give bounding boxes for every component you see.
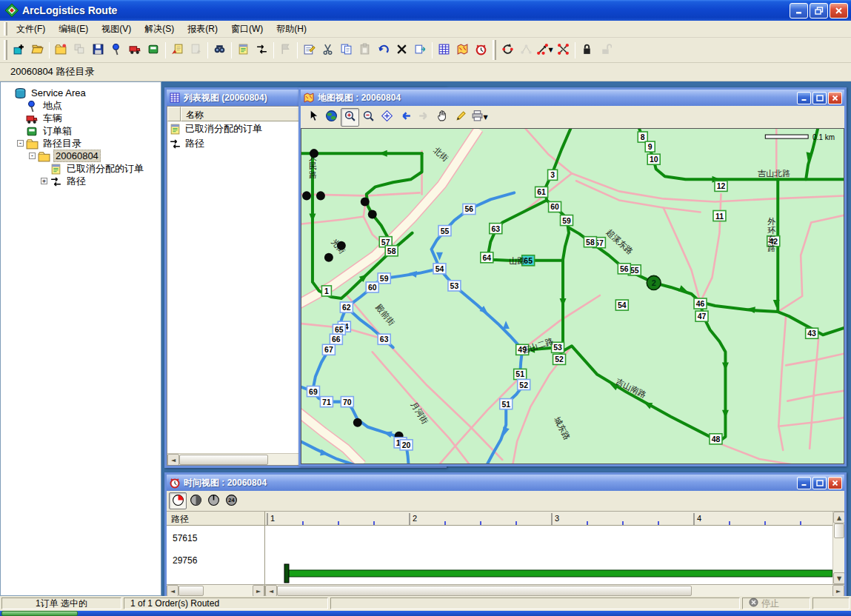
toolbar-grip[interactable] — [493, 40, 496, 59]
map-canvas[interactable]: 5758136160596364891012114257585556544647… — [301, 128, 844, 464]
tree-item-4[interactable]: -路径目录 — [1, 137, 161, 150]
pan-tool[interactable] — [433, 108, 452, 127]
map-maximize-button[interactable] — [812, 92, 827, 104]
time-view-button[interactable] — [472, 41, 490, 59]
menu-item-2[interactable]: 视图(V) — [95, 21, 138, 38]
tree-item-label[interactable]: 订单箱 — [41, 124, 73, 138]
route-column-hscrollbar[interactable]: ◄ ► — [167, 585, 265, 596]
window-titlebar[interactable]: ArcLogistics Route — [0, 0, 851, 21]
back-extent-tool[interactable] — [396, 108, 415, 127]
build-routes-button[interactable] — [253, 41, 271, 59]
time-ruler[interactable]: 12345 — [265, 512, 832, 526]
24-hour-view[interactable]: 24 — [222, 492, 240, 509]
time-minimize-button[interactable] — [797, 477, 811, 489]
draw-tool[interactable] — [452, 108, 470, 127]
dropdown-caret-icon[interactable]: ▼ — [483, 114, 487, 121]
copy-button[interactable] — [337, 41, 356, 59]
dropdown-caret-icon[interactable]: ▼ — [548, 47, 553, 53]
half-day-view[interactable] — [187, 492, 204, 509]
menu-item-3[interactable]: 解决(S) — [138, 21, 181, 38]
quarter-day-view[interactable] — [169, 492, 187, 509]
route-row-label-29756[interactable]: 29756 — [173, 555, 197, 566]
list-view-blank-header[interactable] — [167, 107, 181, 121]
tree-item-label[interactable]: 20060804 — [53, 150, 101, 162]
time-view-titlebar[interactable]: 时间视图 : 20060804 — [167, 475, 844, 491]
toolbar-grip[interactable] — [4, 40, 7, 59]
scroll-left-icon[interactable]: ◄ — [167, 585, 178, 596]
tree-item-2[interactable]: 车辆 — [1, 112, 161, 124]
restore-button[interactable] — [810, 3, 828, 19]
time-route-column-header[interactable]: 路径 — [167, 512, 264, 526]
select-tool[interactable] — [304, 108, 322, 127]
new-vehicle-button[interactable] — [126, 41, 144, 59]
list-view-button[interactable] — [435, 41, 453, 59]
scroll-left-icon[interactable]: ◄ — [167, 454, 179, 466]
scroll-left-icon[interactable]: ◄ — [265, 585, 277, 596]
open-button[interactable] — [28, 41, 47, 59]
tree-item-5[interactable]: -20060804 — [1, 150, 161, 162]
cut-button[interactable] — [318, 41, 337, 59]
scroll-thumb[interactable] — [834, 523, 844, 538]
tree-item-label[interactable]: 路径 — [65, 175, 87, 188]
scroll-thumb[interactable] — [277, 586, 692, 596]
tree-item-label[interactable]: 已取消分配的订单 — [65, 162, 145, 175]
tree-item-7[interactable]: +路径 — [1, 175, 161, 187]
timeline-hscrollbar[interactable]: ◄ ► — [265, 585, 844, 596]
tree-item-1[interactable]: 地点 — [1, 99, 161, 112]
tree-item-0[interactable]: Service Area — [1, 87, 161, 99]
tree-item-label[interactable]: 地点 — [41, 99, 64, 113]
time-close-button[interactable] — [828, 477, 842, 489]
unassign-orders-button[interactable] — [554, 41, 573, 59]
menu-item-1[interactable]: 编辑(E) — [52, 21, 95, 38]
undo-button[interactable] — [374, 41, 393, 59]
time-gantt-area[interactable] — [265, 526, 832, 584]
map-close-button[interactable] — [828, 92, 842, 104]
zoom-out-tool[interactable] — [359, 108, 378, 127]
orders-list-button[interactable] — [234, 41, 253, 59]
tree-item-label[interactable]: 路径目录 — [41, 137, 83, 150]
time-maximize-button[interactable] — [812, 477, 827, 489]
scroll-thumb[interactable] — [178, 586, 204, 596]
menu-item-0[interactable]: 文件(F) — [10, 21, 52, 38]
delete-button[interactable] — [393, 41, 411, 59]
stop-button[interactable]: 停止 — [742, 597, 810, 609]
properties-button[interactable] — [300, 41, 318, 59]
tree-item-label[interactable]: 车辆 — [41, 112, 64, 125]
menu-item-4[interactable]: 报表(R) — [181, 21, 224, 38]
tree-expander-plus[interactable]: + — [41, 178, 47, 184]
map-view-button[interactable] — [453, 41, 472, 59]
scroll-thumb[interactable] — [179, 455, 268, 465]
new-item-button[interactable] — [10, 41, 28, 59]
scroll-up-icon[interactable]: ▲ — [833, 512, 844, 523]
scroll-right-icon[interactable]: ► — [832, 585, 844, 596]
full-day-view[interactable] — [204, 492, 222, 509]
new-folder-button[interactable] — [52, 41, 70, 59]
close-button[interactable] — [830, 3, 848, 19]
route-row-label-57615[interactable]: 57615 — [173, 533, 197, 543]
new-location-button[interactable] — [107, 41, 126, 59]
minimize-button[interactable] — [790, 3, 808, 19]
map-minimize-button[interactable] — [797, 92, 811, 104]
import-orders-button[interactable] — [168, 41, 187, 59]
time-vscrollbar[interactable]: ▲ ▼ — [832, 512, 844, 584]
full-extent-tool[interactable] — [322, 108, 341, 127]
find-button[interactable] — [210, 41, 229, 59]
tree-item-label[interactable]: Service Area — [30, 87, 87, 98]
map-view-titlebar[interactable]: 地图视图 : 20060804 — [301, 90, 844, 106]
zoom-selection-tool[interactable] — [378, 108, 396, 127]
menu-item-5[interactable]: 窗口(W) — [224, 21, 270, 38]
menu-item-6[interactable]: 帮助(H) — [270, 21, 313, 38]
tree-expander-minus[interactable]: - — [29, 153, 36, 159]
new-order-button[interactable] — [144, 41, 163, 59]
print-tool[interactable]: ▼ — [470, 108, 489, 127]
tree-expander-minus[interactable]: - — [17, 140, 24, 147]
menu-grip[interactable] — [4, 22, 7, 36]
assign-orders-button[interactable]: ▼ — [535, 41, 554, 59]
reroute-button[interactable] — [498, 41, 517, 59]
lock-button[interactable] — [578, 41, 596, 59]
duplicate-button[interactable] — [411, 41, 430, 59]
zoom-in-tool[interactable] — [341, 108, 359, 127]
tree-item-3[interactable]: 订单箱 — [1, 124, 161, 137]
tree-item-6[interactable]: 已取消分配的订单 — [1, 162, 161, 175]
scroll-down-icon[interactable]: ▼ — [833, 572, 844, 584]
